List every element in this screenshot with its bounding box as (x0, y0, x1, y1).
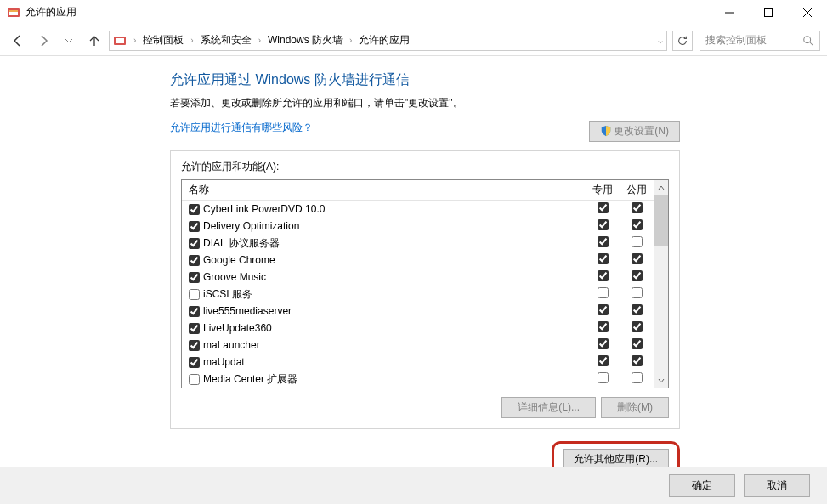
app-public-checkbox[interactable] (632, 253, 643, 264)
app-public-checkbox[interactable] (632, 287, 643, 298)
table-row[interactable]: Groove Music (182, 269, 654, 286)
breadcrumb-item[interactable]: 系统和安全 (201, 33, 252, 48)
app-enabled-checkbox[interactable] (189, 289, 200, 300)
table-row[interactable]: CyberLink PowerDVD 10.0 (182, 201, 654, 218)
app-enabled-checkbox[interactable] (189, 306, 200, 317)
address-bar[interactable]: › 控制面板 › 系统和安全 › Windows 防火墙 › 允许的应用 ⌵ (109, 31, 667, 51)
svg-line-10 (810, 42, 813, 45)
table-row[interactable]: maUpdat (182, 354, 654, 371)
remove-button[interactable]: 删除(M) (601, 397, 669, 418)
allowed-apps-group: 允许的应用和功能(A): 名称 专用 公用 CyberLink PowerDVD… (170, 150, 680, 429)
chevron-right-icon: › (349, 36, 352, 45)
table-row[interactable]: Media Center 扩展器 (182, 371, 654, 388)
app-private-checkbox[interactable] (598, 372, 609, 383)
scroll-track[interactable] (654, 195, 668, 373)
app-name: Media Center 扩展器 (203, 372, 297, 387)
list-header: 名称 专用 公用 (182, 180, 654, 201)
app-name: Delivery Optimization (203, 220, 299, 232)
app-enabled-checkbox[interactable] (189, 204, 200, 215)
app-private-checkbox[interactable] (598, 236, 609, 247)
app-enabled-checkbox[interactable] (189, 357, 200, 368)
scroll-up-button[interactable] (654, 180, 668, 195)
details-button[interactable]: 详细信息(L)... (501, 397, 596, 418)
page-description: 若要添加、更改或删除所允许的应用和端口，请单击"更改设置"。 (170, 96, 680, 110)
app-public-checkbox[interactable] (632, 270, 643, 281)
app-name: maUpdat (203, 356, 245, 368)
app-private-checkbox[interactable] (598, 321, 609, 332)
svg-rect-2 (9, 10, 18, 12)
refresh-button[interactable] (672, 31, 693, 51)
app-public-checkbox[interactable] (632, 236, 643, 247)
scroll-down-button[interactable] (654, 373, 668, 388)
app-enabled-checkbox[interactable] (189, 323, 200, 334)
address-dropdown-icon[interactable]: ⌵ (658, 36, 663, 45)
app-private-checkbox[interactable] (598, 287, 609, 298)
chevron-right-icon: › (133, 36, 136, 45)
app-name: CyberLink PowerDVD 10.0 (203, 203, 325, 215)
breadcrumb-item[interactable]: Windows 防火墙 (268, 33, 343, 48)
svg-point-9 (804, 36, 811, 42)
scroll-thumb[interactable] (654, 195, 668, 246)
scrollbar[interactable] (654, 180, 668, 388)
svg-rect-8 (116, 38, 124, 43)
app-private-checkbox[interactable] (598, 338, 609, 349)
ok-button[interactable]: 确定 (669, 474, 735, 497)
recent-dropdown-icon[interactable] (58, 30, 80, 52)
maximize-button[interactable] (749, 0, 788, 25)
window-title: 允许的应用 (25, 5, 710, 20)
chevron-right-icon: › (190, 36, 193, 45)
table-row[interactable]: DIAL 协议服务器 (182, 235, 654, 252)
table-row[interactable]: live555mediaserver (182, 303, 654, 320)
app-private-checkbox[interactable] (598, 202, 609, 213)
forward-button[interactable] (32, 30, 54, 52)
app-public-checkbox[interactable] (632, 338, 643, 349)
cancel-button[interactable]: 取消 (744, 474, 810, 497)
table-row[interactable]: iSCSI 服务 (182, 286, 654, 303)
app-name: maLauncher (203, 339, 260, 351)
app-enabled-checkbox[interactable] (189, 238, 200, 249)
app-enabled-checkbox[interactable] (189, 272, 200, 283)
titlebar: 允许的应用 (0, 0, 827, 25)
column-private[interactable]: 专用 (586, 183, 620, 197)
table-row[interactable]: Delivery Optimization (182, 218, 654, 235)
search-input[interactable]: 搜索控制面板 (700, 31, 820, 51)
app-public-checkbox[interactable] (632, 304, 643, 315)
app-private-checkbox[interactable] (598, 270, 609, 281)
app-enabled-checkbox[interactable] (189, 374, 200, 385)
app-enabled-checkbox[interactable] (189, 255, 200, 266)
window-controls (710, 0, 827, 25)
table-row[interactable]: maLauncher (182, 337, 654, 354)
app-private-checkbox[interactable] (598, 304, 609, 315)
app-private-checkbox[interactable] (598, 355, 609, 366)
app-enabled-checkbox[interactable] (189, 221, 200, 232)
app-public-checkbox[interactable] (632, 202, 643, 213)
folder-icon (113, 34, 127, 48)
navbar: › 控制面板 › 系统和安全 › Windows 防火墙 › 允许的应用 ⌵ 搜… (0, 25, 827, 56)
app-public-checkbox[interactable] (632, 355, 643, 366)
column-name[interactable]: 名称 (182, 183, 586, 197)
table-row[interactable]: LiveUpdate360 (182, 320, 654, 337)
app-public-checkbox[interactable] (632, 321, 643, 332)
app-public-checkbox[interactable] (632, 372, 643, 383)
app-name: DIAL 协议服务器 (203, 236, 280, 251)
app-enabled-checkbox[interactable] (189, 340, 200, 351)
search-placeholder: 搜索控制面板 (705, 33, 802, 48)
app-name: Groove Music (203, 271, 266, 283)
app-private-checkbox[interactable] (598, 253, 609, 264)
app-icon (7, 6, 20, 20)
app-name: iSCSI 服务 (203, 287, 252, 302)
svg-rect-4 (765, 8, 773, 16)
minimize-button[interactable] (710, 0, 749, 25)
breadcrumb-item[interactable]: 控制面板 (143, 33, 184, 48)
breadcrumb-item[interactable]: 允许的应用 (359, 33, 410, 48)
app-public-checkbox[interactable] (632, 219, 643, 230)
back-button[interactable] (7, 30, 29, 52)
app-private-checkbox[interactable] (598, 219, 609, 230)
close-button[interactable] (788, 0, 827, 25)
column-public[interactable]: 公用 (620, 183, 654, 197)
risk-link[interactable]: 允许应用进行通信有哪些风险？ (170, 121, 313, 135)
app-name: Google Chrome (203, 254, 275, 266)
up-button[interactable] (83, 30, 105, 52)
change-settings-button[interactable]: 更改设置(N) (589, 121, 680, 142)
table-row[interactable]: Google Chrome (182, 252, 654, 269)
